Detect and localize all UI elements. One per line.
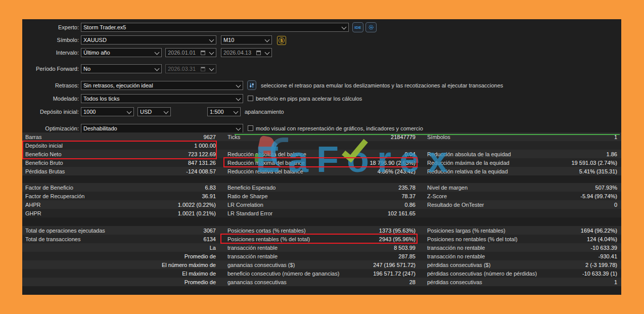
result-value: 5.41% (315.31) xyxy=(579,168,617,174)
result-value: -5.94 (99.74%) xyxy=(580,193,617,199)
table-row: Factor de Recuperación36.91Ratio de Shar… xyxy=(22,192,621,200)
result-value: 287.85 xyxy=(398,253,416,259)
table-row: Total de operaciones ejecutadas3067Posic… xyxy=(22,226,621,235)
result-label: Posiciones no rentables (% del total) xyxy=(427,236,518,242)
result-cell: Símbolos1 xyxy=(427,132,617,141)
result-cell: pérdidas consecutivas ($)2 (-3 199.78) xyxy=(427,260,617,269)
result-cell: El número máximo de xyxy=(25,260,216,269)
result-cell: Ticks21847779 xyxy=(227,132,416,141)
result-label: Total de operaciones ejecutadas xyxy=(25,228,105,234)
result-value: 3067 xyxy=(204,228,216,234)
result-cell: Posiciones cortas (% rentables)1373 (95.… xyxy=(227,226,416,235)
result-cell: Total de operaciones ejecutadas3067 xyxy=(25,226,216,235)
result-label: LR Correlation xyxy=(227,202,263,208)
result-value: 196 571.72 (247) xyxy=(373,271,416,277)
result-value: -124 008.57 xyxy=(186,168,216,174)
result-cell: transacción rentable287.85 xyxy=(227,252,416,260)
result-label: Factor de Beneficio xyxy=(25,185,73,191)
result-label: Nivel de margen xyxy=(427,185,468,191)
table-row: AHPR1.0022 (0.22%)LR Correlation0.86Resu… xyxy=(22,200,621,209)
result-value: 247 (196 571.72) xyxy=(373,262,416,268)
result-value: 2943 (95.96%) xyxy=(379,236,416,242)
result-label: transacción no rentable xyxy=(427,245,485,251)
table-row: Latransacción rentable8 503.99transacció… xyxy=(22,243,621,252)
result-cell: Barras9627 xyxy=(25,132,216,141)
mt5-strategy-tester-window: { "colors": { "frame_orange": "#f8993b",… xyxy=(0,0,644,314)
result-cell: ganancias consecutivas28 xyxy=(227,278,416,286)
result-value: 0.86 xyxy=(405,202,416,208)
result-label: ganancias consecutivas xyxy=(227,279,287,285)
result-value: 1 xyxy=(614,279,617,285)
result-value: El número máximo de xyxy=(162,262,216,268)
result-cell: Reducción relativa del balance4.86% (243… xyxy=(227,167,416,175)
table-row: Factor de Beneficio6.83Beneficio Esperad… xyxy=(22,183,621,192)
result-value: El máximo de xyxy=(182,271,216,277)
result-cell: Total de transacciones6134 xyxy=(25,235,216,243)
result-label: Barras xyxy=(25,134,41,140)
result-value: 0 xyxy=(614,202,617,208)
result-label: Beneficio Neto xyxy=(25,151,62,157)
result-cell: Beneficio Esperado235.78 xyxy=(227,183,416,192)
result-label: pérdidas consecutivas xyxy=(427,279,482,285)
table-row: Pérdidas Brutas-124 008.57Reducción rela… xyxy=(22,167,621,175)
table-row: Promedio detransacción rentable287.85tra… xyxy=(22,252,621,260)
result-cell: Posiciones no rentables (% del total)124… xyxy=(427,235,617,243)
result-value: 723 122.69 xyxy=(188,151,216,157)
result-label: AHPR xyxy=(25,202,41,208)
result-label: Reducción máxima del balance xyxy=(227,160,305,166)
result-label: Ratio de Sharpe xyxy=(227,193,268,199)
result-value: 1.0021 (0.21%) xyxy=(178,210,216,216)
result-cell: AHPR1.0022 (0.22%) xyxy=(25,200,216,209)
result-label: Depósito inicial xyxy=(25,143,63,149)
result-value: 6.83 xyxy=(205,185,216,191)
result-cell: Reducción absoluta del balance0.04 xyxy=(227,150,416,158)
result-cell: Ratio de Sharpe78.37 xyxy=(227,192,416,200)
results-table: Barras9627Ticks21847779Símbolos1Depósito… xyxy=(22,19,621,295)
result-cell: Resultado de OnTester0 xyxy=(427,200,617,209)
result-value: -10 633.39 xyxy=(590,245,617,251)
result-label: transacción rentable xyxy=(227,245,278,251)
result-label: Total de transacciones xyxy=(25,236,80,242)
result-cell: beneficio consecutivo (número de gananci… xyxy=(227,269,416,278)
result-cell: Pérdidas Brutas-124 008.57 xyxy=(25,167,216,175)
result-cell: Reducción relativa de la equidad5.41% (3… xyxy=(427,167,617,175)
result-cell: Promedio de xyxy=(25,278,216,286)
table-row: Beneficio Bruto847 131.26Reducción máxim… xyxy=(22,158,621,167)
result-label: Reducción absoluta de la equidad xyxy=(427,151,511,157)
result-value: 1694 (96.22%) xyxy=(581,228,617,234)
result-value: 847 131.26 xyxy=(188,160,216,166)
table-row: Promedio deganancias consecutivas28pérdi… xyxy=(22,278,621,286)
result-cell: GHPR1.0021 (0.21%) xyxy=(25,209,216,217)
result-value: 102 161.65 xyxy=(388,210,416,216)
table-row: El número máximo deganancias consecutiva… xyxy=(22,260,621,269)
result-label: Reducción relativa de la equidad xyxy=(427,168,508,174)
result-label: GHPR xyxy=(25,210,41,216)
result-value: 124 (4.04%) xyxy=(587,236,617,242)
result-value: 8 503.99 xyxy=(394,245,416,251)
table-row: Depósito inicial1 000.00 xyxy=(22,141,621,150)
result-label: Posiciones rentables (% del total) xyxy=(227,236,310,242)
result-label: transacción no rentable xyxy=(427,253,485,259)
result-value: Promedio de xyxy=(185,253,216,259)
result-label: Pérdidas Brutas xyxy=(25,168,65,174)
result-value: 1 xyxy=(614,134,617,140)
result-label: Resultado de OnTester xyxy=(427,202,484,208)
result-label: Beneficio Bruto xyxy=(25,160,63,166)
result-label: Reducción relativa del balance xyxy=(227,168,303,174)
result-value: Promedio de xyxy=(185,279,216,285)
result-cell: Reducción máxima del balance18 796.90 (2… xyxy=(227,158,416,167)
result-value: 0.04 xyxy=(405,151,416,157)
result-value: 1 000.00 xyxy=(194,143,216,149)
result-label: Factor de Recuperación xyxy=(25,193,84,199)
result-cell: Reducción absoluta de la equidad1.86 xyxy=(427,150,617,158)
result-value: 28 xyxy=(409,279,416,285)
table-row: El máximo debeneficio consecutivo (númer… xyxy=(22,269,621,278)
result-label: Reducción absoluta del balance xyxy=(227,151,306,157)
result-value: 1.86 xyxy=(607,151,617,157)
result-cell: Nivel de margen507.93% xyxy=(427,183,617,192)
result-cell: Promedio de xyxy=(25,252,216,260)
result-label: ganancias consecutivas ($) xyxy=(227,262,295,268)
result-cell: El máximo de xyxy=(25,269,216,278)
result-value: 1373 (95.63%) xyxy=(379,228,416,234)
result-value: -930.41 xyxy=(599,253,617,259)
